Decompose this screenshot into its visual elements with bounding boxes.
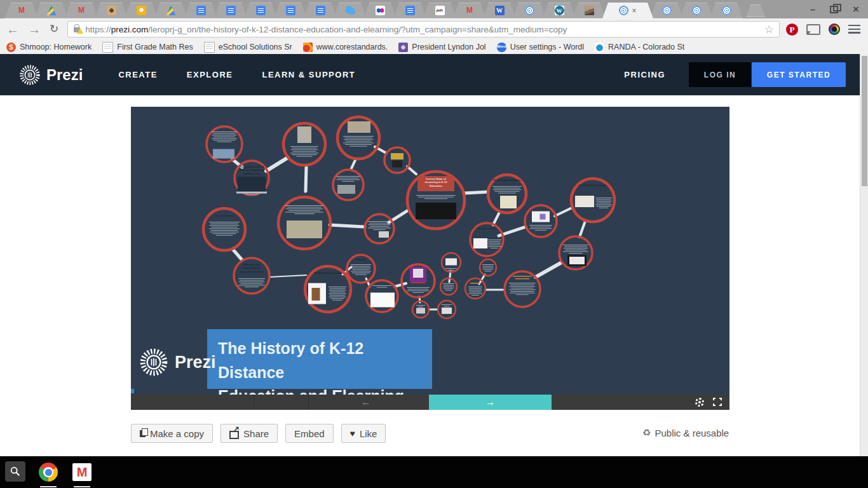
topic-circle[interactable]: In Conclusion [203, 208, 245, 250]
topic-circle[interactable]: What does theFuture Hold fortomorrow's l… [234, 258, 269, 294]
browser-tab[interactable] [513, 3, 546, 18]
topic-circle[interactable] [337, 117, 379, 159]
browser-tab[interactable] [453, 3, 486, 18]
browser-tab[interactable] [154, 3, 187, 18]
settings-gear-icon[interactable] [695, 398, 704, 407]
browser-tab[interactable] [710, 3, 743, 18]
topic-circle[interactable] [366, 280, 398, 312]
page-scrollbar[interactable] [860, 54, 868, 456]
screen: × – × ← → ↻ https://prezi.com/leroprj-g_… [0, 0, 868, 488]
thumbnail-image [413, 269, 423, 278]
bookmark-item[interactable]: Shmoop: Homework [6, 43, 92, 52]
topic-circle[interactable] [402, 264, 435, 297]
make-a-copy-button[interactable]: Make a copy [131, 424, 213, 443]
topic-circle[interactable] [365, 214, 394, 243]
topic-circle[interactable]: Access to Tech [470, 223, 503, 256]
topic-circle[interactable] [480, 259, 496, 276]
browser-tab[interactable] [274, 3, 307, 18]
topic-circle[interactable] [412, 301, 429, 318]
url-bar[interactable]: https://prezi.com/leroprj-g_on/the-histo… [67, 21, 780, 37]
topic-circle[interactable]: Problem Based Learning [305, 266, 351, 312]
controls-divider [308, 395, 309, 410]
reload-button[interactable]: ↻ [50, 23, 58, 36]
camera-extension-icon[interactable] [829, 24, 840, 35]
browser-tab[interactable] [483, 3, 516, 18]
topic-circle[interactable] [465, 278, 485, 299]
prezi-logo[interactable]: Prezi [19, 64, 83, 86]
chrome-shelf-icon[interactable] [39, 463, 58, 482]
pinterest-extension-icon[interactable] [786, 24, 798, 36]
topic-circle[interactable] [278, 197, 330, 249]
browser-tab[interactable] [65, 3, 98, 18]
login-button[interactable]: LOG IN [689, 62, 751, 87]
topic-circle[interactable] [442, 253, 461, 272]
share-button[interactable]: Share [220, 424, 278, 443]
minimize-button[interactable]: – [810, 4, 815, 15]
browser-tab[interactable] [423, 3, 456, 18]
bookmark-item[interactable]: User settings - Wordl [497, 43, 584, 52]
topic-circle[interactable]: Current State ofeLearning in K-12Educati… [407, 172, 465, 229]
browser-tab[interactable] [334, 3, 367, 18]
bookmark-item[interactable]: www.corestandards. [303, 43, 388, 52]
tab-close-icon[interactable]: × [632, 7, 636, 15]
browser-tab[interactable] [125, 3, 158, 18]
chrome-menu-button[interactable] [848, 25, 860, 34]
browser-tab[interactable] [680, 3, 713, 18]
browser-tab[interactable] [304, 3, 337, 18]
copy-icon [140, 430, 146, 437]
topic-title: Distance Education [240, 168, 264, 172]
launcher-search-button[interactable] [5, 461, 25, 482]
topic-circle[interactable] [438, 301, 456, 318]
browser-tab[interactable] [5, 3, 38, 18]
topic-circle[interactable]: In Action [347, 255, 375, 283]
topic-circle[interactable]: K-12 Private Schools [571, 179, 614, 222]
topic-circle[interactable] [384, 147, 410, 173]
restore-button[interactable] [830, 6, 838, 13]
bookmark-item[interactable]: eSchool Solutions Sr [204, 42, 292, 53]
forward-button[interactable]: → [28, 23, 41, 36]
topic-circle[interactable] [505, 271, 540, 307]
browser-tab[interactable] [650, 3, 683, 18]
browser-tab[interactable] [35, 3, 68, 18]
gmail-shelf-icon[interactable] [72, 463, 92, 481]
cast-extension-icon[interactable] [806, 24, 820, 35]
browser-tab[interactable] [363, 3, 397, 18]
browser-tab[interactable] [184, 3, 217, 18]
next-step-button[interactable]: → [429, 395, 552, 410]
fullscreen-icon[interactable] [713, 398, 722, 406]
topic-circle[interactable] [525, 205, 557, 237]
browser-tab-active[interactable]: × [602, 3, 653, 18]
browser-tab[interactable] [244, 3, 277, 18]
new-tab-button[interactable] [746, 4, 765, 17]
nav-item-create[interactable]: CREATE [118, 70, 157, 79]
embed-button[interactable]: Embed [285, 424, 334, 443]
bookmark-star-icon[interactable]: ☆ [764, 23, 774, 36]
nav-item-explore[interactable]: EXPLORE [187, 70, 233, 79]
topic-circle[interactable]: The History of K-12Distance Educationand… [234, 161, 269, 195]
pals-icon [435, 6, 445, 15]
nav-pricing[interactable]: PRICING [624, 70, 665, 79]
topic-circle[interactable] [559, 236, 592, 269]
topic-circle[interactable] [333, 170, 363, 200]
prev-step-button[interactable]: ← [361, 395, 371, 410]
browser-tab[interactable] [214, 3, 247, 18]
bookmark-item[interactable]: RANDA - Colorado St [595, 43, 684, 52]
scrollbar-thumb[interactable] [862, 56, 867, 186]
browser-tab[interactable] [543, 3, 576, 18]
bookmark-item[interactable]: President Lyndon Jol [398, 43, 485, 52]
bookmark-item[interactable]: First Grade Math Res [102, 42, 193, 53]
topic-circle[interactable] [283, 123, 325, 165]
thumbnail-image [569, 257, 585, 264]
topic-circle[interactable] [207, 126, 242, 162]
get-started-button[interactable]: GET STARTED [752, 62, 846, 87]
topic-circle[interactable]: K-12 Public Schools [488, 175, 526, 213]
back-button[interactable]: ← [6, 23, 19, 36]
browser-tab[interactable] [95, 3, 128, 18]
like-button[interactable]: ♥ Like [341, 424, 386, 443]
thumbnail-image [287, 220, 322, 238]
browser-tab[interactable] [573, 3, 606, 18]
security-warning-lock-icon[interactable] [74, 27, 80, 32]
nav-item-learn-support[interactable]: LEARN & SUPPORT [262, 70, 355, 79]
close-button[interactable]: × [853, 3, 859, 16]
browser-tab[interactable] [393, 3, 426, 18]
